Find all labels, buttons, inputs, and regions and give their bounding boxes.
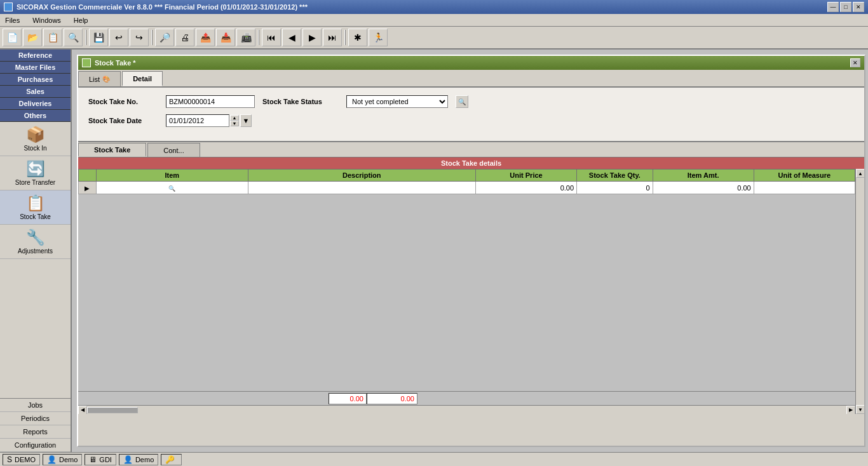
toolbar-export[interactable]: 📤 — [196, 29, 215, 46]
stock-take-no-label: Stock Take No. — [88, 98, 158, 105]
toolbar-new[interactable]: 📄 — [3, 29, 22, 46]
stock-in-icon: 📦 — [26, 126, 45, 143]
statusbar-app: S DEMO — [3, 454, 40, 465]
totals-amt: 0.00 — [367, 393, 417, 404]
sidebar-item-adjustments-label: Adjustments — [18, 248, 53, 255]
gdi-icon: 🖥 — [89, 455, 97, 464]
stock-take-date-label: Stock Take Date — [88, 117, 158, 124]
h-scroll-left[interactable]: ◀ — [78, 406, 87, 415]
tab-detail[interactable]: Detail — [122, 71, 163, 86]
inner-close-button[interactable]: ✕ — [850, 58, 860, 67]
toolbar-print[interactable]: 🖨 — [175, 29, 194, 46]
sidebar: Reference Master Files Purchases Sales D… — [0, 50, 72, 452]
sidebar-item-jobs[interactable]: Jobs — [0, 399, 71, 412]
sidebar-section-sales[interactable]: Sales — [0, 86, 71, 98]
grid-header-row: Item Description Unit Price Stock Take Q… — [79, 170, 855, 182]
cell-item[interactable]: 🔍 — [96, 182, 248, 194]
col-item: Item — [96, 170, 248, 182]
toolbar-fax[interactable]: 📠 — [236, 29, 255, 46]
sidebar-item-store-transfer[interactable]: 🔄 Store Transfer — [0, 156, 71, 190]
cell-unit-of-measure[interactable] — [754, 182, 855, 194]
toolbar-save[interactable]: 💾 — [89, 29, 108, 46]
sidebar-item-reports[interactable]: Reports — [0, 425, 71, 439]
toolbar-sep-3 — [258, 30, 259, 45]
sidebar-item-stock-in[interactable]: 📦 Stock In — [0, 122, 71, 156]
menu-help[interactable]: Help — [71, 16, 91, 25]
cell-description[interactable] — [248, 182, 475, 194]
toolbar-undo[interactable]: ↩ — [109, 29, 128, 46]
sub-tab-cont[interactable]: Cont... — [147, 143, 200, 157]
grid-header: Stock Take details — [78, 157, 864, 169]
sidebar-item-stock-take-label: Stock Take — [20, 213, 51, 220]
h-scroll-right[interactable]: ▶ — [846, 406, 855, 415]
maximize-button[interactable]: □ — [840, 2, 851, 12]
sidebar-section-reference[interactable]: Reference — [0, 50, 71, 62]
tab-list[interactable]: List 🎨 — [78, 71, 121, 86]
toolbar-settings[interactable]: ✱ — [348, 29, 367, 46]
col-indicator — [79, 170, 97, 182]
main-area: Stock Take * ✕ List 🎨 Detail Stock Take … — [72, 50, 868, 452]
toolbar-find[interactable]: 🔍 — [64, 29, 83, 46]
tab-bar: List 🎨 Detail — [78, 70, 864, 88]
status-search-button[interactable]: 🔍 — [456, 95, 468, 108]
menu-windows[interactable]: Windows — [30, 16, 64, 25]
sidebar-section-deliveries[interactable]: Deliveries — [0, 98, 71, 110]
stock-take-icon: 📋 — [26, 194, 45, 212]
toolbar-run[interactable]: 🏃 — [369, 29, 388, 46]
v-scroll-track[interactable] — [856, 178, 864, 405]
toolbar-nav-next[interactable]: ▶ — [302, 29, 322, 46]
date-calendar-btn[interactable]: ▼ — [240, 114, 252, 127]
h-scrollbar[interactable]: ◀ ▶ — [78, 405, 855, 414]
menu-files[interactable]: Files — [3, 16, 22, 25]
toolbar-nav-first[interactable]: ⏮ — [262, 29, 281, 46]
toolbar-import[interactable]: 📥 — [216, 29, 235, 46]
minimize-button[interactable]: — — [827, 2, 839, 12]
statusbar-user-1: 👤 Demo — [43, 454, 82, 465]
sidebar-item-periodics[interactable]: Periodics — [0, 412, 71, 425]
statusbar-gdi: 🖥 GDI — [85, 454, 116, 465]
grid-container: Stock Take details — [78, 157, 864, 414]
date-spin-down[interactable]: ▼ — [230, 121, 239, 126]
sidebar-section-purchases[interactable]: Purchases — [0, 74, 71, 86]
v-scroll-down[interactable]: ▼ — [856, 405, 864, 414]
stock-take-no-input[interactable] — [166, 95, 255, 108]
h-scroll-track[interactable] — [87, 407, 846, 413]
toolbar-nav-prev[interactable]: ◀ — [282, 29, 301, 46]
row-indicator: ▶ — [79, 182, 97, 194]
sidebar-section-others[interactable]: Others — [0, 110, 71, 122]
sidebar-item-stock-take[interactable]: 📋 Stock Take — [0, 190, 71, 225]
toolbar-sep-4 — [344, 30, 346, 45]
stock-take-status-label: Stock Take Status — [262, 98, 339, 105]
h-scroll-thumb[interactable] — [87, 407, 138, 413]
toolbar-sep-1 — [85, 30, 86, 45]
inner-window: Stock Take * ✕ List 🎨 Detail Stock Take … — [77, 55, 865, 447]
stock-take-status-dropdown[interactable]: Not yet completed Completed — [346, 95, 448, 108]
sidebar-item-adjustments[interactable]: 🔧 Adjustments — [0, 225, 71, 259]
store-transfer-icon: 🔄 — [26, 160, 45, 178]
toolbar-zoom[interactable]: 🔎 — [155, 29, 174, 46]
date-spin-up[interactable]: ▲ — [230, 115, 239, 121]
form-row-stock-take-no: Stock Take No. Stock Take Status Not yet… — [88, 95, 854, 108]
sub-tab-stock-take[interactable]: Stock Take — [78, 143, 146, 157]
cell-unit-price[interactable]: 0.00 — [475, 182, 576, 194]
col-unit-of-measure: Unit of Measure — [754, 170, 855, 182]
sidebar-section-master-files[interactable]: Master Files — [0, 62, 71, 74]
v-scrollbar[interactable]: ▲ ▼ — [855, 169, 864, 414]
sidebar-item-configuration[interactable]: Configuration — [0, 439, 71, 452]
statusbar-user-2: 👤 Demo — [119, 454, 158, 465]
close-button[interactable]: ✕ — [853, 2, 864, 12]
statusbar-user1-label: Demo — [59, 456, 78, 463]
toolbar-redo[interactable]: ↪ — [130, 29, 149, 46]
user1-icon: 👤 — [47, 455, 57, 464]
toolbar-blank[interactable]: 📋 — [43, 29, 62, 46]
v-scroll-up[interactable]: ▲ — [856, 169, 864, 178]
toolbar-open[interactable]: 📂 — [23, 29, 42, 46]
cell-item-amt[interactable]: 0.00 — [653, 182, 754, 194]
statusbar-user2-label: Demo — [135, 456, 154, 463]
stock-take-date-input[interactable] — [166, 114, 229, 127]
toolbar-sep-2 — [151, 30, 153, 45]
item-search-icon[interactable]: 🔍 — [168, 185, 175, 192]
inner-window-title: Stock Take * — [95, 59, 136, 67]
cell-stock-take-qty[interactable]: 0 — [577, 182, 653, 194]
toolbar-nav-last[interactable]: ⏭ — [323, 29, 342, 46]
